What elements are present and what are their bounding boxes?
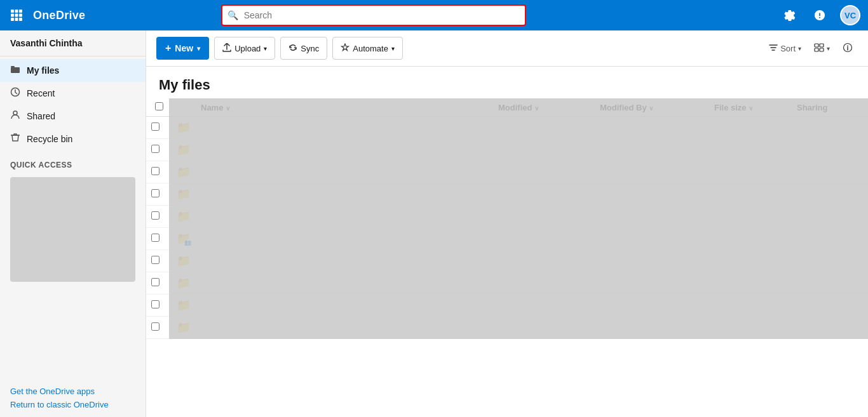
view-icon — [814, 43, 824, 55]
file-area: My files Name ∨ — [146, 67, 868, 417]
help-button[interactable] — [810, 5, 830, 25]
automate-button[interactable]: Automate ▾ — [332, 37, 403, 60]
sidebar-item-label: Recycle bin — [27, 134, 72, 144]
svg-rect-13 — [815, 44, 818, 47]
row-checkbox-cell[interactable] — [146, 206, 172, 228]
waffle-icon[interactable] — [8, 6, 25, 24]
sidebar-item-label: Shared — [27, 111, 55, 121]
classic-link[interactable]: Return to classic OneDrive — [10, 400, 135, 409]
svg-rect-15 — [815, 48, 818, 51]
settings-button[interactable] — [779, 5, 799, 25]
new-button[interactable]: + New ▾ — [156, 37, 209, 60]
row-checkbox-cell[interactable] — [146, 117, 172, 139]
row-checkbox-cell[interactable] — [146, 317, 172, 339]
automate-chevron-icon: ▾ — [391, 45, 395, 52]
sidebar: Vasanthi Chintha My files — [0, 30, 146, 417]
search-container: 🔍 — [221, 4, 526, 26]
sidebar-item-label: My files — [27, 65, 59, 76]
svg-rect-6 — [11, 18, 14, 21]
recycle-bin-icon — [10, 133, 20, 145]
sidebar-footer: Get the OneDrive apps Return to classic … — [0, 379, 146, 417]
sidebar-nav: My files Recent Shared — [0, 56, 146, 153]
svg-rect-5 — [19, 14, 22, 17]
row-checkbox-cell[interactable] — [146, 295, 172, 317]
search-input[interactable] — [221, 4, 526, 26]
svg-rect-0 — [11, 10, 14, 13]
sort-icon — [769, 43, 778, 54]
sort-button[interactable]: Sort ▾ — [764, 40, 806, 57]
row-checkbox-cell[interactable] — [146, 250, 172, 272]
sync-button[interactable]: Sync — [280, 37, 327, 60]
select-all-checkbox[interactable] — [155, 102, 163, 110]
svg-rect-7 — [15, 18, 18, 21]
sidebar-item-recycle-bin[interactable]: Recycle bin — [0, 128, 146, 150]
toolbar-right: Sort ▾ ▾ — [764, 39, 858, 58]
svg-rect-8 — [19, 18, 22, 21]
svg-point-12 — [13, 111, 17, 115]
info-button[interactable] — [837, 39, 858, 58]
info-icon — [843, 43, 853, 55]
search-icon: 🔍 — [227, 10, 238, 20]
app-logo: OneDrive — [33, 9, 85, 22]
view-chevron-icon: ▾ — [827, 45, 830, 52]
quick-access-title: Quick access — [0, 153, 146, 172]
svg-rect-3 — [11, 14, 14, 17]
recent-icon — [10, 87, 20, 100]
svg-rect-16 — [820, 48, 824, 51]
sidebar-item-label: Recent — [27, 88, 55, 98]
row-checkbox-cell[interactable] — [146, 161, 172, 183]
app-body: Vasanthi Chintha My files — [0, 30, 868, 417]
toolbar: + New ▾ Upload ▾ — [146, 30, 868, 67]
chevron-down-icon: ▾ — [197, 45, 200, 52]
page-title: My files — [146, 67, 868, 98]
svg-rect-9 — [11, 66, 15, 67]
svg-rect-4 — [15, 14, 18, 17]
row-checkbox-cell[interactable] — [146, 183, 172, 206]
content-overlay — [169, 98, 868, 339]
plus-icon: + — [165, 43, 171, 54]
svg-rect-2 — [19, 10, 22, 13]
upload-button[interactable]: Upload ▾ — [214, 37, 275, 60]
main-content: + New ▾ Upload ▾ — [146, 30, 868, 417]
my-files-icon — [10, 64, 20, 77]
row-checkbox-cell[interactable] — [146, 139, 172, 161]
get-apps-link[interactable]: Get the OneDrive apps — [10, 387, 135, 396]
view-options-button[interactable]: ▾ — [809, 39, 835, 58]
automate-icon — [341, 43, 349, 54]
sidebar-item-my-files[interactable]: My files — [0, 59, 146, 82]
row-checkbox-cell[interactable] — [146, 228, 172, 250]
svg-rect-14 — [820, 44, 824, 47]
shared-icon — [10, 110, 20, 122]
row-checkbox-cell[interactable] — [146, 272, 172, 295]
user-avatar[interactable]: VC — [840, 5, 860, 25]
upload-chevron-icon: ▾ — [264, 45, 267, 52]
sidebar-user: Vasanthi Chintha — [0, 30, 146, 56]
upload-icon — [222, 43, 231, 54]
header-right: VC — [779, 5, 860, 25]
sidebar-item-shared[interactable]: Shared — [0, 105, 146, 128]
sort-chevron-icon: ▾ — [798, 45, 801, 52]
col-header-checkbox[interactable] — [146, 98, 172, 117]
svg-rect-10 — [11, 67, 20, 73]
app-header: OneDrive 🔍 VC — [0, 0, 868, 30]
svg-rect-1 — [15, 10, 18, 13]
quick-access-thumbnail — [10, 177, 135, 282]
sidebar-item-recent[interactable]: Recent — [0, 82, 146, 105]
sync-icon — [288, 43, 297, 54]
